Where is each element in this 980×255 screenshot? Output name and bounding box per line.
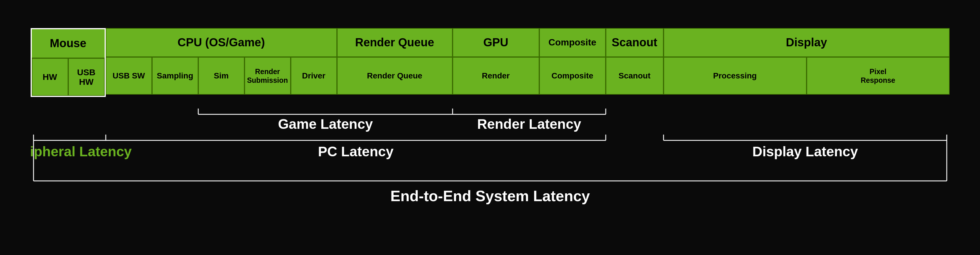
svg-text:Display Latency: Display Latency [752, 144, 858, 159]
display-pixel-response: PixelResponse [807, 57, 950, 95]
cpu-sampling: Sampling [152, 57, 198, 95]
cpu-sub-row: USB SW Sampling Sim RenderSubmission Dri… [106, 57, 337, 95]
scanout-group: Scanout Scanout [606, 28, 663, 97]
cpu-sim: Sim [198, 57, 245, 95]
svg-text:PC Latency: PC Latency [318, 144, 394, 159]
svg-text:Game Latency: Game Latency [278, 116, 372, 132]
display-sub-row: Processing PixelResponse [663, 57, 950, 95]
display-group: Display Processing PixelResponse [663, 28, 950, 97]
top-section: Mouse HW USBHW CPU (OS/Game) USB SW Samp… [31, 28, 950, 97]
cpu-header: CPU (OS/Game) [106, 28, 337, 57]
cpu-group: CPU (OS/Game) USB SW Sampling Sim Render… [106, 28, 337, 97]
render-queue-block: Render Queue [337, 57, 453, 95]
scanout-sub-row: Scanout [606, 57, 663, 95]
svg-text:Render Latency: Render Latency [477, 116, 581, 132]
gpu-group: GPU Render [453, 28, 539, 97]
mouse-header: Mouse [32, 29, 105, 58]
cpu-usb-sw: USB SW [106, 57, 152, 95]
render-queue-group: Render Queue Render Queue [337, 28, 453, 97]
composite-sub-row: Composite [539, 57, 606, 95]
display-processing: Processing [663, 57, 807, 95]
scanout-header: Scanout [606, 28, 663, 57]
composite-group: Composite Composite [539, 28, 606, 97]
gpu-render: Render [453, 57, 539, 95]
latency-section: Game Latency Render Latency Peripheral L… [31, 106, 950, 227]
gpu-sub-row: Render [453, 57, 539, 95]
svg-text:Peripheral Latency: Peripheral Latency [31, 144, 132, 159]
mouse-usb-hw: USBHW [68, 58, 105, 96]
gpu-header: GPU [453, 28, 539, 57]
render-queue-header: Render Queue [337, 28, 453, 57]
display-header: Display [663, 28, 950, 57]
brackets-svg: Game Latency Render Latency Peripheral L… [31, 106, 950, 227]
scanout-block: Scanout [606, 57, 663, 95]
render-queue-sub-row: Render Queue [337, 57, 453, 95]
cpu-render-submission: RenderSubmission [245, 57, 291, 95]
composite-block: Composite [539, 57, 606, 95]
composite-header: Composite [539, 28, 606, 57]
cpu-driver: Driver [291, 57, 337, 95]
mouse-hw: HW [32, 58, 68, 96]
mouse-block: Mouse HW USBHW [31, 28, 106, 97]
svg-text:End-to-End System Latency: End-to-End System Latency [390, 188, 590, 204]
diagram-container: Mouse HW USBHW CPU (OS/Game) USB SW Samp… [13, 16, 967, 239]
mouse-sub-row: HW USBHW [32, 58, 105, 96]
